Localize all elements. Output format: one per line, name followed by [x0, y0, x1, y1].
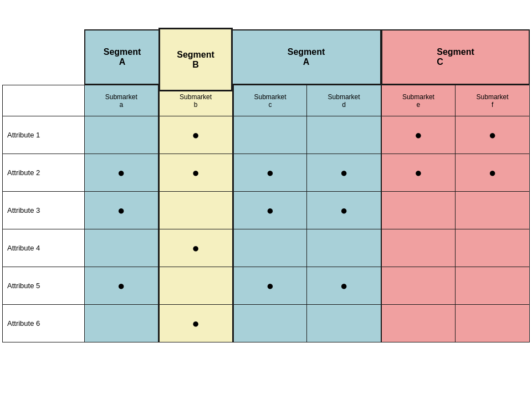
cell [307, 116, 381, 154]
dot-icon: ● [415, 166, 422, 180]
attr-label: Attribute 4 [3, 229, 85, 267]
cell [84, 229, 158, 267]
cell [307, 229, 381, 267]
submarket-header-row: Submarketa Submarketb Submarketc Submark… [3, 85, 530, 116]
submarket-a-header: Submarketa [84, 85, 158, 116]
empty-corner [3, 85, 85, 116]
table-row: Attribute 2 ● ● ● ● ● ● [3, 154, 530, 192]
cell [381, 229, 456, 267]
attr-label: Attribute 5 [3, 267, 85, 305]
dot-icon: ● [192, 128, 199, 142]
dot-icon: ● [267, 203, 274, 217]
cell: ● [456, 116, 530, 154]
dot-icon: ● [267, 279, 274, 293]
main-table: Submarketa Submarketb Submarketc Submark… [2, 85, 530, 342]
table-row: Attribute 3 ● ● ● [3, 192, 530, 229]
dot-icon: ● [117, 166, 125, 180]
cell [84, 116, 158, 154]
cell [233, 116, 307, 154]
cell: ● [84, 154, 158, 192]
dot-icon: ● [489, 128, 496, 142]
cell: ● [233, 154, 307, 192]
table-row: Attribute 1 ● ● ● [3, 116, 530, 154]
cell: ● [84, 192, 158, 229]
cell [456, 305, 530, 342]
submarket-d-header: Submarketd [307, 85, 381, 116]
dot-icon: ● [267, 166, 274, 180]
segment-b-header: SegmentB [158, 28, 233, 91]
segment-a1-label: SegmentA [85, 47, 159, 67]
cell: ● [158, 154, 233, 192]
dot-icon: ● [415, 128, 422, 142]
cell [158, 192, 233, 229]
table-row: Attribute 4 ● [3, 229, 530, 267]
main-layout: SegmentA SegmentA SegmentB SegmentC Subm… [2, 28, 530, 371]
attr-label: Attribute 3 [3, 192, 85, 229]
cell: ● [158, 305, 233, 342]
segment-c-header: SegmentC [381, 29, 530, 85]
dot-icon: ● [117, 279, 125, 293]
dot-icon: ● [192, 316, 199, 330]
dot-icon: ● [489, 166, 496, 180]
cell: ● [307, 192, 381, 229]
segment-c-label: SegmentC [437, 47, 474, 67]
cell: ● [456, 154, 530, 192]
dot-icon: ● [340, 166, 347, 180]
submarket-e-header: Submarkete [381, 85, 456, 116]
dot-icon: ● [192, 241, 199, 255]
cell [233, 229, 307, 267]
submarket-f-header: Submarketf [456, 85, 530, 116]
cell [381, 305, 456, 342]
dot-icon: ● [340, 279, 347, 293]
attr-label: Attribute 2 [3, 154, 85, 192]
cell [381, 267, 456, 305]
cell [233, 305, 307, 342]
submarket-c-header: Submarketc [233, 85, 307, 116]
cell [456, 267, 530, 305]
cell [456, 229, 530, 267]
cell [381, 192, 456, 229]
attr-label: Attribute 1 [3, 116, 85, 154]
cell: ● [84, 267, 158, 305]
cell [84, 305, 158, 342]
cell: ● [158, 229, 233, 267]
cell [456, 192, 530, 229]
cell: ● [307, 154, 381, 192]
dot-icon: ● [340, 203, 347, 217]
attr-label: Attribute 6 [3, 305, 85, 342]
cell: ● [233, 267, 307, 305]
segment-a2-label: SegmentA [232, 47, 380, 67]
cell [307, 305, 381, 342]
segment-a-header: SegmentA SegmentA [84, 29, 381, 85]
cell: ● [233, 192, 307, 229]
cell: ● [307, 267, 381, 305]
cell: ● [381, 116, 456, 154]
cell: ● [381, 154, 456, 192]
dot-icon: ● [192, 166, 199, 180]
cell: ● [158, 116, 233, 154]
segment-b-label: SegmentB [177, 50, 214, 70]
table-row: Attribute 6 ● [3, 305, 530, 342]
dot-icon: ● [117, 203, 125, 217]
table-row: Attribute 5 ● ● ● [3, 267, 530, 305]
cell [158, 267, 233, 305]
